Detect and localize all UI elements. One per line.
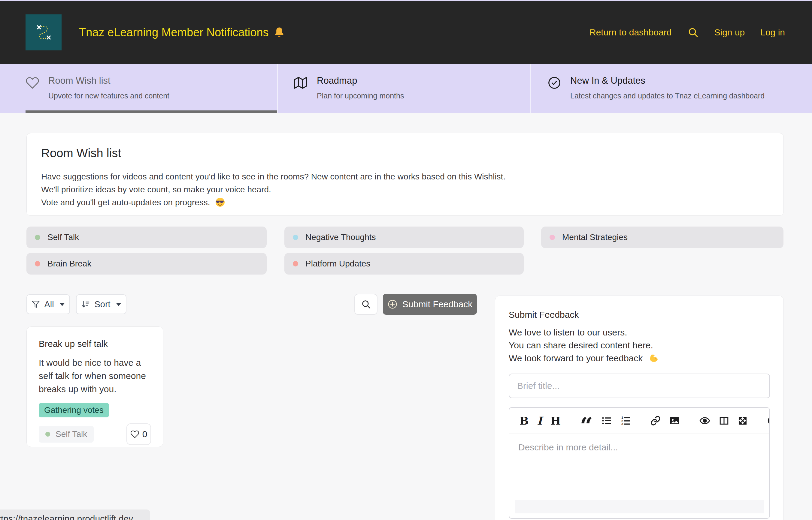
side-by-side-icon[interactable] [719,412,729,429]
italic-icon[interactable]: I [537,412,542,429]
category-label: Brain Break [47,259,91,268]
category-dot [35,261,40,266]
sort-icon [81,300,90,309]
category-dot [293,235,298,240]
post-title: Break up self talk [39,339,151,349]
category-dot [35,235,40,240]
detail-textarea[interactable] [509,434,769,491]
header-search-button[interactable] [687,27,699,38]
panel-line-1: We love to listen to our users. [509,326,770,339]
heart-icon [130,430,139,439]
app-logo[interactable] [26,15,61,50]
tab-description: Plan for upcoming months [317,92,404,100]
post-category-tag: Self Talk [39,426,94,443]
log-in-link[interactable]: Log in [760,27,785,37]
chevron-down-icon [59,303,65,306]
filter-funnel-icon [31,300,40,309]
category-chip-brain-break[interactable]: Brain Break [26,253,267,275]
ordered-list-icon[interactable]: 1 2 3 [620,412,631,429]
flexed-biceps-emoji-icon [648,353,659,364]
help-icon[interactable]: ? [767,412,770,429]
wishlist-intro-card: Room Wish list Have suggestions for vide… [26,133,784,216]
submit-feedback-button[interactable]: Submit Feedback [383,294,477,315]
submit-feedback-panel: Submit Feedback We love to listen to our… [495,295,784,520]
post-tag-label: Self Talk [55,430,87,439]
quote-icon[interactable]: “ [580,407,593,434]
upvote-button[interactable]: 0 [126,423,151,445]
preview-eye-icon[interactable] [699,412,711,429]
category-label: Platform Updates [305,259,370,268]
tab-room-wish-list[interactable]: Room Wish list Upvote for new features a… [0,64,278,113]
category-label: Mental Strategies [562,233,628,242]
tab-bar: Room Wish list Upvote for new features a… [0,64,812,113]
detail-editor: B I H “ 1 2 3 [509,407,770,519]
heart-icon [26,76,39,113]
header-nav: Return to dashboard Sign up Log in [589,27,785,38]
submit-feedback-label: Submit Feedback [402,299,472,309]
active-tab-indicator [26,110,277,113]
category-chip-negative-thoughts[interactable]: Negative Thoughts [285,227,524,248]
sign-up-link[interactable]: Sign up [714,27,745,37]
tab-label: Roadmap [317,75,404,86]
link-preview-url: https://tnazelearning.productlift.dev [0,514,133,520]
page: Tnaz eLearning Member Notifications Retu… [0,0,812,520]
editor-statusbar [515,500,764,513]
editor-toolbar: B I H “ 1 2 3 [509,408,769,434]
intro-line-2: We'll prioritize ideas by vote count, so… [41,183,769,196]
category-chip-platform-updates[interactable]: Platform Updates [285,253,524,275]
tab-description: Upvote for new features and content [48,92,169,100]
bell-icon [273,26,286,39]
tab-label: Room Wish list [48,75,169,86]
link-icon[interactable] [650,412,661,429]
tab-roadmap[interactable]: Roadmap Plan for upcoming months [278,64,531,113]
category-dot [549,235,555,240]
header: Tnaz eLearning Member Notifications Retu… [0,1,812,64]
filter-dropdown-button[interactable]: All [26,294,70,314]
panel-line-2: You can share desired content here. [509,339,770,352]
unordered-list-icon[interactable] [601,412,612,429]
intro-line-3: Vote and you'll get auto-updates on prog… [41,196,769,209]
sort-dropdown-button[interactable]: Sort [76,294,126,314]
chevron-down-icon [116,303,121,306]
bold-icon[interactable]: B [519,412,528,429]
feedback-post-card[interactable]: Break up self talk It would be nice to h… [26,327,163,447]
post-body: It would be nice to have a self talk for… [39,356,151,396]
return-to-dashboard-link[interactable]: Return to dashboard [589,27,672,37]
check-circle-icon [547,76,561,113]
category-dot [293,261,298,266]
category-label: Negative Thoughts [305,233,376,242]
tab-description: Latest changes and updates to Tnaz eLear… [570,92,765,100]
map-icon [293,76,308,113]
filter-label: All [44,300,54,309]
sort-label: Sort [94,300,110,309]
wishlist-title: Room Wish list [41,147,769,160]
category-label: Self Talk [47,233,79,242]
category-chip-mental-strategies[interactable]: Mental Strategies [541,227,784,248]
intro-line-1: Have suggestions for videos and content … [41,170,769,183]
page-title-text: Tnaz eLearning Member Notifications [79,26,269,39]
brief-title-input[interactable] [509,373,770,398]
svg-text:3: 3 [621,422,623,426]
link-preview-tooltip: https://tnazelearning.productlift.dev [0,510,150,520]
search-icon [687,27,699,38]
category-dot [45,432,50,437]
page-title: Tnaz eLearning Member Notifications [79,26,286,39]
tab-label: New In & Updates [570,75,765,86]
plus-circle-icon [387,299,398,309]
vote-count: 0 [142,429,147,439]
route-path-icon [32,21,55,44]
fullscreen-icon[interactable] [738,412,748,429]
panel-line-3: We look forward to your feedback [509,352,770,365]
image-icon[interactable] [669,412,680,429]
category-chip-self-talk[interactable]: Self Talk [26,227,267,248]
status-badge: Gathering votes [39,403,109,417]
sunglasses-emoji-icon [215,197,225,208]
search-posts-button[interactable] [354,294,377,315]
panel-title: Submit Feedback [509,310,770,320]
search-icon [361,299,371,309]
heading-icon[interactable]: H [550,412,561,429]
tab-new-in-updates[interactable]: New In & Updates Latest changes and upda… [531,64,812,113]
